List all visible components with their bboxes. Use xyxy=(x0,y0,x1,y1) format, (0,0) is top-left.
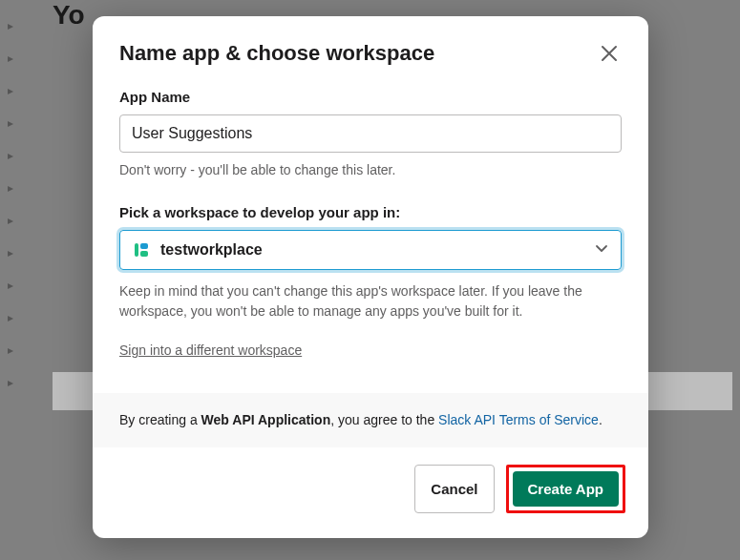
svg-rect-1 xyxy=(140,243,148,249)
sign-in-different-workspace-link[interactable]: Sign into a different workspace xyxy=(119,342,302,358)
svg-rect-2 xyxy=(140,251,148,257)
workspace-select[interactable]: testworkplace xyxy=(119,230,622,270)
create-app-modal: Name app & choose workspace App Name Don… xyxy=(93,16,648,538)
svg-rect-0 xyxy=(135,243,138,257)
modal-footer: Cancel Create App xyxy=(93,447,648,538)
terms-text-prefix: By creating a xyxy=(119,412,201,427)
app-name-help-text: Don't worry - you'll be able to change t… xyxy=(119,162,622,177)
modal-body: App Name Don't worry - you'll be able to… xyxy=(93,89,648,370)
workspace-note: Keep in mind that you can't change this … xyxy=(119,281,622,321)
create-app-button[interactable]: Create App xyxy=(513,471,619,507)
create-button-highlight: Create App xyxy=(506,465,625,513)
modal-header: Name app & choose workspace xyxy=(93,16,648,83)
modal-title: Name app & choose workspace xyxy=(119,41,434,66)
close-icon xyxy=(601,45,618,62)
chevron-down-icon xyxy=(594,240,609,259)
terms-text-bold: Web API Application xyxy=(201,412,331,427)
close-button[interactable] xyxy=(597,41,622,66)
terms-bar: By creating a Web API Application, you a… xyxy=(93,393,648,447)
terms-text-mid: , you agree to the xyxy=(330,412,438,427)
workspace-label: Pick a workspace to develop your app in: xyxy=(119,204,622,220)
tos-link[interactable]: Slack API Terms of Service xyxy=(438,412,599,427)
workspace-icon xyxy=(132,240,151,259)
bg-nav-arrows: ▸ ▸ ▸ ▸ ▸ ▸ ▸ ▸ ▸ ▸ ▸ ▸ xyxy=(8,19,13,408)
page-title-obscured: Yo xyxy=(53,0,85,31)
workspace-selected-text: testworkplace xyxy=(160,241,584,259)
app-name-input[interactable] xyxy=(119,114,622,153)
terms-text-suffix: . xyxy=(599,412,603,427)
cancel-button[interactable]: Cancel xyxy=(414,465,494,513)
app-name-label: App Name xyxy=(119,89,622,105)
